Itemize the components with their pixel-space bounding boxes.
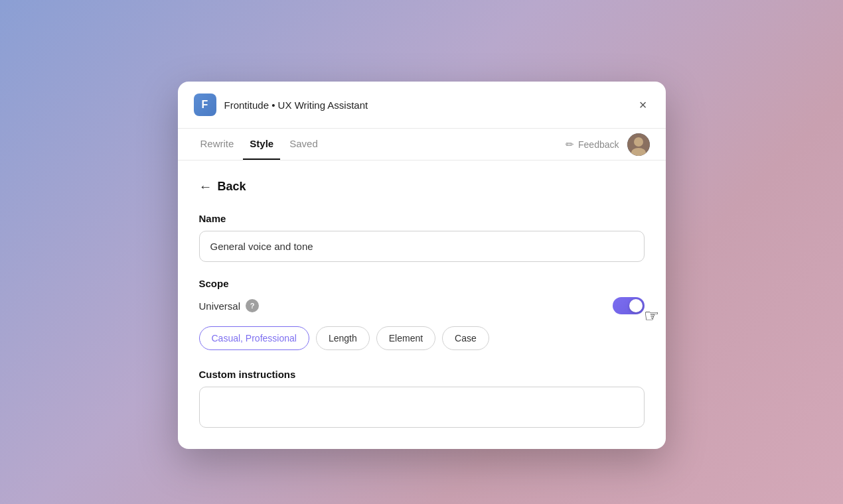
nav-right: ✏ Feedback xyxy=(566,133,649,156)
avatar xyxy=(627,133,650,156)
back-label: Back xyxy=(218,180,246,194)
modal-container: F Frontitude • UX Writing Assistant × Re… xyxy=(178,82,666,449)
app-icon: F xyxy=(194,94,216,116)
header-left: F Frontitude • UX Writing Assistant xyxy=(194,94,368,116)
nav-tabs: Rewrite Style Saved xyxy=(194,129,561,160)
back-arrow-icon: ← xyxy=(199,179,212,194)
modal-nav: Rewrite Style Saved ✏ Feedback xyxy=(178,129,666,160)
chip-element[interactable]: Element xyxy=(376,326,435,350)
pencil-icon: ✏ xyxy=(566,139,574,151)
toggle-wrapper: ☞ xyxy=(613,297,645,314)
universal-left: Universal ? xyxy=(199,299,260,312)
modal-body: ← Back Name Scope Universal ? ☞ Cas xyxy=(178,160,666,449)
tab-style[interactable]: Style xyxy=(243,129,280,160)
close-button[interactable]: × xyxy=(637,95,650,114)
tab-rewrite[interactable]: Rewrite xyxy=(194,129,241,160)
universal-toggle[interactable] xyxy=(613,297,645,314)
app-title: Frontitude • UX Writing Assistant xyxy=(224,99,368,111)
custom-instructions-input[interactable] xyxy=(199,387,645,428)
chip-length[interactable]: Length xyxy=(316,326,370,350)
custom-instructions-label: Custom instructions xyxy=(199,369,645,380)
avatar-image xyxy=(627,133,650,156)
chip-case[interactable]: Case xyxy=(442,326,489,350)
chips-row: Casual, Professional Length Element Case xyxy=(199,326,645,350)
name-label: Name xyxy=(199,213,645,224)
tab-saved[interactable]: Saved xyxy=(283,129,325,160)
universal-row: Universal ? ☞ xyxy=(199,297,645,314)
back-button[interactable]: ← Back xyxy=(199,179,246,194)
name-input[interactable] xyxy=(199,231,645,262)
universal-label: Universal xyxy=(199,300,241,312)
scope-label: Scope xyxy=(199,278,645,289)
cursor-icon: ☞ xyxy=(644,306,659,326)
help-icon[interactable]: ? xyxy=(246,299,259,312)
modal-header: F Frontitude • UX Writing Assistant × xyxy=(178,82,666,129)
feedback-button[interactable]: ✏ Feedback xyxy=(566,139,619,151)
toggle-knob xyxy=(629,299,643,312)
chip-casual-professional[interactable]: Casual, Professional xyxy=(199,326,309,350)
feedback-label: Feedback xyxy=(578,139,619,150)
